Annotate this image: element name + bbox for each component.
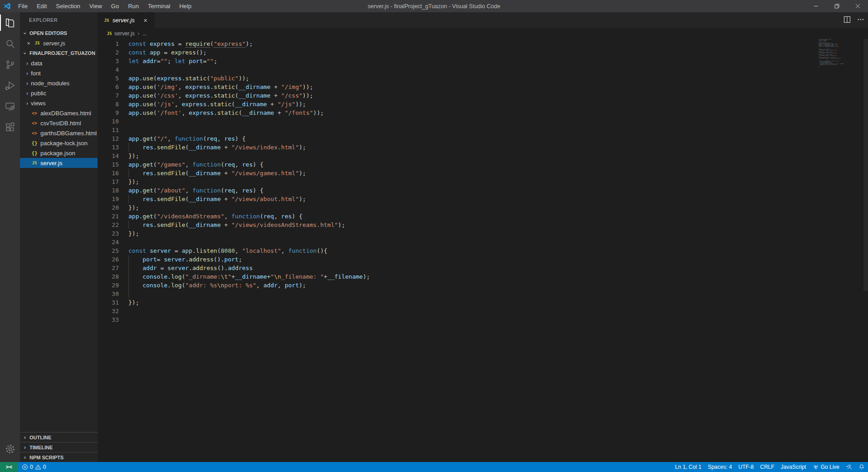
remote-explorer-icon[interactable] <box>0 96 20 117</box>
tree-file-garthsdbgames-html[interactable]: <>garthsDBGames.html <box>20 128 98 138</box>
code-line[interactable]: 29console.log("addr: %s\nport: %s", addr… <box>98 281 868 290</box>
minimize-button[interactable] <box>805 0 826 12</box>
code-line[interactable]: 12app.get("/", function(req, res) { <box>98 134 868 143</box>
code-line[interactable]: 20}); <box>98 203 868 212</box>
tree-file-package-json[interactable]: {}package.json <box>20 148 98 158</box>
feedback-button[interactable] <box>843 462 855 472</box>
code-line[interactable]: 13res.sendFile(__dirname + "/views/index… <box>98 143 868 152</box>
menu-go[interactable]: Go <box>107 0 123 12</box>
minimap[interactable]: const express = require("express");const… <box>819 39 862 80</box>
line-number: 20 <box>98 203 119 212</box>
editor-scrollbar[interactable] <box>863 39 868 291</box>
tree-folder-views[interactable]: ›views <box>20 98 98 108</box>
code-line[interactable]: 27addr = server.address().address <box>98 264 868 272</box>
tree-folder-node-modules[interactable]: ›node_modules <box>20 78 98 88</box>
code-line[interactable]: 6app.use('/img', express.static(__dirnam… <box>98 83 868 91</box>
source-control-icon[interactable] <box>0 54 20 75</box>
code-content[interactable]: 1const express = require("express");2con… <box>98 39 868 324</box>
extensions-icon[interactable] <box>0 117 20 138</box>
code-line[interactable]: 32 <box>98 307 868 315</box>
code-line[interactable]: 31}); <box>98 298 868 307</box>
close-window-button[interactable] <box>847 0 868 12</box>
split-editor-icon[interactable] <box>843 16 851 25</box>
status-language[interactable]: JavaScript <box>778 462 809 472</box>
code-line[interactable]: 14}); <box>98 152 868 160</box>
tree-file-package-lock-json[interactable]: {}package-lock.json <box>20 138 98 148</box>
code-line[interactable]: 11 <box>98 126 868 134</box>
breadcrumb-symbol[interactable]: ... <box>142 30 147 37</box>
manage-gear-icon[interactable] <box>0 438 20 459</box>
code-line[interactable]: 7app.use('/css', express.static(__dirnam… <box>98 91 868 100</box>
menu-view[interactable]: View <box>85 0 107 12</box>
code-line-content: let addr=""; let port=""; <box>128 57 217 65</box>
code-editor[interactable]: 1const express = require("express");2con… <box>98 39 868 462</box>
remote-indicator[interactable]: >< <box>0 462 18 472</box>
chevron-right-icon: › <box>24 80 31 87</box>
status-indentation[interactable]: Spaces: 4 <box>705 462 735 472</box>
status-encoding[interactable]: UTF-8 <box>735 462 757 472</box>
tree-file-server-js[interactable]: JSserver.js <box>20 158 98 168</box>
code-line[interactable]: 4 <box>98 65 868 74</box>
tab-close-icon[interactable]: × <box>141 16 150 24</box>
code-line[interactable]: 22res.sendFile(__dirname + "/views/video… <box>98 221 868 229</box>
line-number: 14 <box>98 152 119 160</box>
notifications-bell-icon[interactable] <box>855 462 868 472</box>
breadcrumb-file[interactable]: server.js <box>114 30 135 37</box>
restore-button[interactable] <box>826 0 847 12</box>
line-number: 5 <box>98 74 119 83</box>
section-timeline[interactable]: ›TIMELINE <box>20 442 98 452</box>
more-actions-icon[interactable] <box>857 16 864 25</box>
code-line-content: res.sendFile(__dirname + "/views/index.h… <box>819 50 837 51</box>
code-line[interactable]: 15app.get("/games", function(req, res) { <box>98 160 868 169</box>
code-line[interactable]: 25const server = app.listen(8080, "local… <box>98 246 868 255</box>
code-line-content: console.log("addr: %s\nport: %s", addr, … <box>819 64 837 65</box>
code-line[interactable]: 10 <box>98 117 868 126</box>
code-line[interactable]: 8app.use('/js', express.static(__dirname… <box>98 100 868 108</box>
code-line[interactable]: 17}); <box>98 177 868 186</box>
status-eol[interactable]: CRLF <box>757 462 777 472</box>
explorer-icon[interactable] <box>0 12 20 33</box>
status-line-col[interactable]: Ln 1, Col 1 <box>672 462 705 472</box>
code-line[interactable]: 5app.use(express.static("public")); <box>98 74 868 83</box>
open-editors-header[interactable]: › OPEN EDITORS <box>20 28 98 38</box>
tree-folder-font[interactable]: ›font <box>20 68 98 78</box>
code-line[interactable]: 24 <box>98 238 868 246</box>
menu-selection[interactable]: Selection <box>51 0 84 12</box>
code-line[interactable]: 30 <box>98 290 868 298</box>
line-number: 6 <box>98 83 119 91</box>
code-line-content: app.get("/games", function(req, res) { <box>128 160 263 169</box>
line-number: 33 <box>98 315 119 324</box>
workspace-folder-header[interactable]: › FINALPROJECT_GTUAZON <box>20 48 98 58</box>
tab-server-js[interactable]: JS server.js × <box>98 12 155 28</box>
code-line[interactable]: 9app.use('/font', express.static(__dirna… <box>98 108 868 117</box>
tree-folder-public[interactable]: ›public <box>20 88 98 98</box>
code-line[interactable]: 2const app = express(); <box>98 48 868 57</box>
open-editor-item[interactable]: ×JSserver.js <box>20 38 98 48</box>
menu-edit[interactable]: Edit <box>32 0 51 12</box>
tree-file-csvtestdb-html[interactable]: <>csvTestDB.html <box>20 118 98 128</box>
code-line[interactable]: 28console.log("_dirname:\t"+__dirname+"\… <box>98 272 868 281</box>
code-line[interactable]: 18app.get("/about", function(req, res) { <box>98 186 868 195</box>
menu-run[interactable]: Run <box>123 0 143 12</box>
menu-help[interactable]: Help <box>175 0 196 12</box>
code-line[interactable]: 16res.sendFile(__dirname + "/views/games… <box>98 169 868 177</box>
menu-terminal[interactable]: Terminal <box>143 0 175 12</box>
section-npm-scripts[interactable]: ›NPM SCRIPTS <box>20 452 98 462</box>
code-line[interactable]: 23}); <box>98 229 868 238</box>
section-outline[interactable]: ›OUTLINE <box>20 432 98 442</box>
problems-indicator[interactable]: 0 0 <box>18 462 49 472</box>
tree-file-alexdbgames-html[interactable]: <>alexDBGames.html <box>20 108 98 118</box>
search-icon[interactable] <box>0 33 20 54</box>
close-icon[interactable]: × <box>25 40 32 47</box>
error-icon <box>22 464 28 470</box>
run-and-debug-icon[interactable] <box>0 75 20 96</box>
code-line[interactable]: 3let addr=""; let port=""; <box>98 57 868 65</box>
tree-folder-data[interactable]: ›data <box>20 58 98 68</box>
code-line[interactable]: 21app.get("/videosAndStreams", function(… <box>98 212 868 221</box>
go-live-button[interactable]: Go Live <box>809 462 843 472</box>
code-line[interactable]: 19res.sendFile(__dirname + "/views/about… <box>98 195 868 203</box>
code-line[interactable]: 26port= server.address().port; <box>98 255 868 264</box>
code-line[interactable]: 1const express = require("express"); <box>98 39 868 48</box>
menu-file[interactable]: File <box>14 0 32 12</box>
code-line[interactable]: 33 <box>98 315 868 324</box>
